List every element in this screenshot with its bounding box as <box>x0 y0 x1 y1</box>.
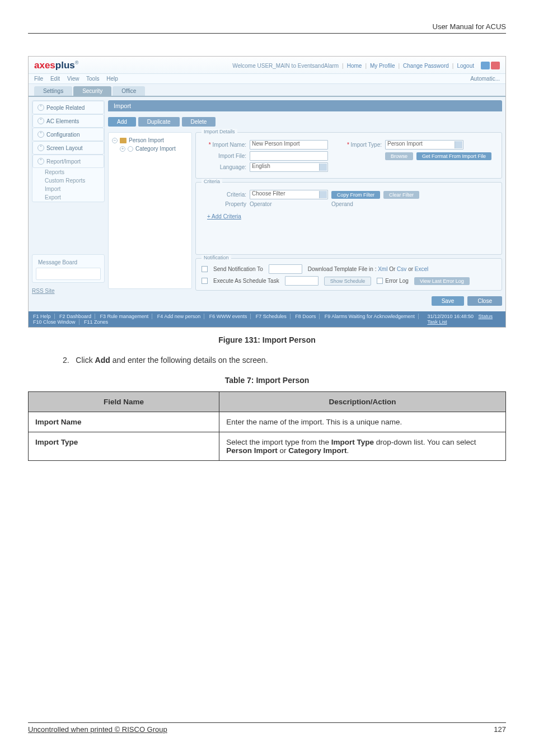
desc-bold: Import Type <box>331 438 374 446</box>
menu-view[interactable]: View <box>67 76 79 82</box>
step-number: 2. <box>63 356 69 365</box>
label-criteria: Criteria: <box>202 192 246 198</box>
menu-help[interactable]: Help <box>106 76 118 82</box>
menu-tools[interactable]: Tools <box>86 76 99 82</box>
import-type-select[interactable]: Person Import <box>385 140 463 150</box>
notification-to-input[interactable] <box>269 264 302 274</box>
get-format-button[interactable]: Get Format From Import File <box>416 152 491 160</box>
fkey-f1[interactable]: F1 Help <box>33 314 55 319</box>
send-notification-checkbox[interactable] <box>202 266 208 272</box>
delete-button[interactable]: Delete <box>182 117 216 127</box>
menu-edit[interactable]: Edit <box>50 76 60 82</box>
cell-description: Select the import type from the Import T… <box>219 432 506 461</box>
error-log-checkbox[interactable] <box>377 278 383 284</box>
sidebar-item-screen[interactable]: ˅Screen Layout <box>32 141 104 155</box>
fkey-f11[interactable]: F11 Zones <box>84 319 111 325</box>
browse-button[interactable]: Browse <box>385 152 413 160</box>
sidebar-sub-custom[interactable]: Custom Reports <box>32 176 104 185</box>
chevron-down-icon: ˅ <box>38 104 44 111</box>
view-last-button[interactable]: View Last Error Log <box>414 277 470 285</box>
tasklist-link[interactable]: Task List <box>427 319 447 325</box>
desc-text: drop-down list. You can select <box>374 438 476 446</box>
tab-security[interactable]: Security <box>73 86 111 96</box>
sidebar-item-people[interactable]: ˅People Related <box>32 101 104 114</box>
message-board-box <box>36 268 101 280</box>
or-text: Or <box>389 266 395 272</box>
status-time: 31/12/2010 16:48:50 <box>427 314 474 319</box>
fkey-f3[interactable]: F3 Rule management <box>100 314 153 319</box>
bullet-icon <box>128 146 133 152</box>
status-link[interactable]: Status <box>479 314 493 319</box>
message-board-label: Message Board <box>36 257 101 268</box>
sidebar-label: Configuration <box>46 132 79 138</box>
screenshot: axesplus® Welcome USER_MAIN to Eventsand… <box>28 56 506 328</box>
chevron-up-icon: ˄ <box>38 158 44 165</box>
fkey-f7[interactable]: F7 Schedules <box>256 314 291 319</box>
desc-text: or <box>278 446 289 455</box>
page-number: 127 <box>494 725 506 734</box>
fkey-f9[interactable]: F9 Alarms Waiting for Acknowledgement <box>325 314 419 319</box>
close-button[interactable]: Close <box>467 296 502 306</box>
fkey-f10[interactable]: F10 Close Window <box>33 319 79 325</box>
sidebar-label: Report/Import <box>46 158 81 165</box>
label-import-file: Import File: <box>202 153 246 159</box>
tab-office[interactable]: Office <box>113 86 145 96</box>
dl-csv-link[interactable]: Csv <box>397 266 406 272</box>
step-2: 2. Click Add and enter the following det… <box>63 356 506 365</box>
fieldset-criteria: Criteria <box>202 179 222 184</box>
menu-file[interactable]: File <box>34 76 43 82</box>
dl-xml-link[interactable]: Xml <box>378 266 387 272</box>
clear-filter-button[interactable]: Clear Filter <box>383 191 419 199</box>
language-select[interactable]: English <box>250 162 328 172</box>
desc-text: Enter the name of the import. This is a … <box>226 418 402 426</box>
schedule-input[interactable] <box>285 276 318 286</box>
tree-label: Category Import <box>135 146 176 152</box>
desc-bold: Person Import <box>226 446 278 455</box>
panel-title: Import <box>108 100 502 111</box>
plus-icon: + <box>120 146 125 152</box>
rss-link[interactable]: RSS Site <box>32 288 105 294</box>
sidebar-sub-reports[interactable]: Reports <box>32 168 104 176</box>
copy-filter-button[interactable]: Copy From Filter <box>331 191 380 199</box>
nav-logout[interactable]: Logout <box>457 63 474 69</box>
add-button[interactable]: Add <box>108 117 136 127</box>
save-button[interactable]: Save <box>432 296 465 306</box>
desc-text: . <box>346 446 349 455</box>
show-schedule-button[interactable]: Show Schedule <box>324 277 372 286</box>
chevron-down-icon: ˅ <box>38 144 44 151</box>
sidebar-sub-export[interactable]: Export <box>32 193 104 202</box>
nav-change-password[interactable]: Change Password <box>403 63 449 69</box>
tab-settings[interactable]: Settings <box>34 86 72 96</box>
execute-schedule-checkbox[interactable] <box>202 278 208 284</box>
fieldset-notification: Notification <box>202 255 231 260</box>
fkey-f6[interactable]: F6 WWW events <box>209 314 251 319</box>
label-language: Language: <box>202 164 246 170</box>
nav-home[interactable]: Home <box>347 63 362 69</box>
close-icon[interactable] <box>491 62 500 69</box>
page-header: User Manual for ACUS <box>28 22 506 33</box>
nav-profile[interactable]: My Profile <box>370 63 395 69</box>
sidebar-sub-import[interactable]: Import <box>32 185 104 193</box>
import-name-input[interactable]: New Person Import <box>250 140 328 150</box>
label-import-type: Import Type: <box>331 142 382 148</box>
fkey-f8[interactable]: F8 Doors <box>295 314 320 319</box>
add-criteria-link[interactable]: + Add Criteria <box>207 213 241 220</box>
tree-item-category[interactable]: +Category Import <box>112 144 188 153</box>
minimize-icon[interactable] <box>481 62 490 69</box>
fkey-f2[interactable]: F2 Dashboard <box>59 314 95 319</box>
criteria-select[interactable]: Choose Filter <box>250 190 328 199</box>
sidebar-item-report[interactable]: ˄Report/Import <box>32 155 104 168</box>
welcome-text: Welcome USER_MAIN to EventsandAlarm <box>232 63 339 69</box>
tree-item-person[interactable]: −Person Import <box>112 136 188 144</box>
label-property: Property <box>202 201 246 207</box>
sidebar-label: Screen Layout <box>46 145 83 151</box>
sidebar-item-config[interactable]: ˅Configuration <box>32 128 104 141</box>
sidebar-item-ac[interactable]: ˅AC Elements <box>32 114 104 128</box>
fkey-f4[interactable]: F4 Add new person <box>157 314 205 319</box>
duplicate-button[interactable]: Duplicate <box>138 117 180 127</box>
import-file-input[interactable] <box>250 151 328 161</box>
logo-prefix: axes <box>34 60 55 71</box>
dl-excel-link[interactable]: Excel <box>415 266 428 272</box>
download-template-label: Download Template File in : Xml Or Csv o… <box>308 266 429 272</box>
import-person-table: Field Name Description/Action Import Nam… <box>28 391 506 461</box>
